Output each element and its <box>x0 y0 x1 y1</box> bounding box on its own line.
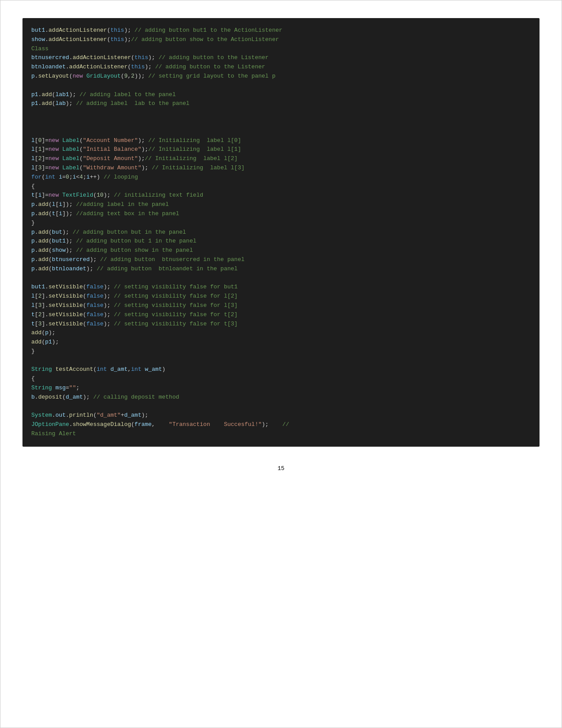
page-number: 15 <box>22 464 540 473</box>
code-block: but1.addActionListener(this); // adding … <box>22 18 540 447</box>
page: but1.addActionListener(this); // adding … <box>0 0 562 728</box>
